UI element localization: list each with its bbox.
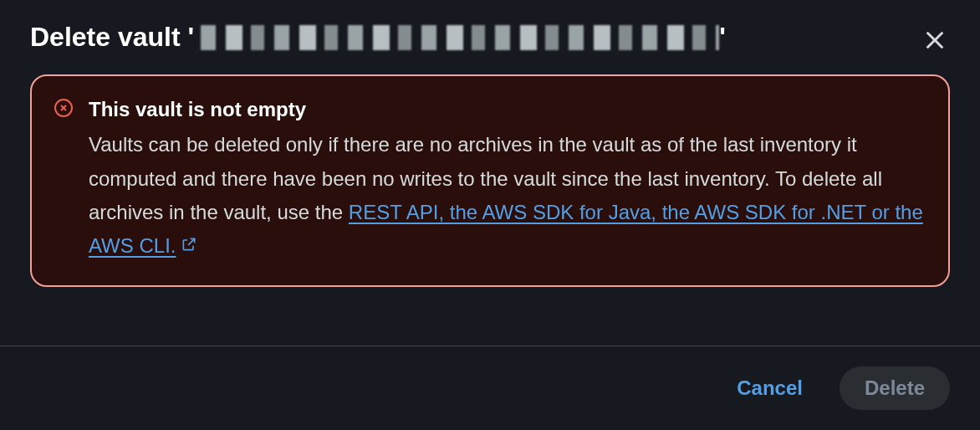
alert-description: Vaults can be deleted only if there are … [89, 128, 923, 263]
error-icon [54, 98, 74, 264]
title-prefix: Delete vault ' [30, 20, 194, 55]
vault-name-redacted [201, 25, 719, 50]
alert-title: This vault is not empty [89, 96, 923, 123]
modal-body: This vault is not empty Vaults can be de… [0, 74, 980, 310]
modal-footer: Cancel Delete [0, 346, 980, 430]
external-link-icon [181, 229, 197, 263]
error-alert: This vault is not empty Vaults can be de… [30, 74, 950, 287]
modal-title: Delete vault ' ' [30, 20, 726, 55]
alert-content: This vault is not empty Vaults can be de… [89, 96, 923, 264]
close-button[interactable] [920, 25, 950, 58]
delete-vault-modal: Delete vault ' ' This vaul [0, 0, 980, 430]
cancel-button[interactable]: Cancel [712, 366, 828, 410]
delete-button[interactable]: Delete [840, 366, 950, 410]
close-icon [923, 28, 947, 54]
title-suffix: ' [719, 20, 726, 55]
modal-header: Delete vault ' ' [0, 0, 980, 74]
